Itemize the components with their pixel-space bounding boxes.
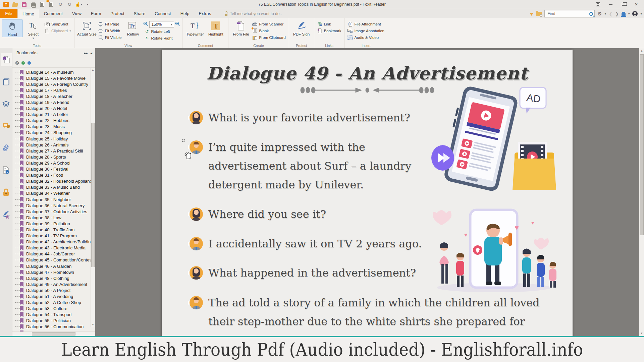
scroll-down-icon[interactable]: ▼ xyxy=(91,322,95,327)
fit-page-button[interactable]: Fit Page xyxy=(97,21,123,27)
bookmark-item[interactable]: Dialogue 16 - A Foreign Country xyxy=(12,81,95,87)
save-icon[interactable] xyxy=(21,1,28,8)
hand-tool-quick-icon[interactable]: ☝▾ xyxy=(75,1,82,8)
comments-panel-icon[interactable] xyxy=(1,119,12,133)
undo-icon[interactable]: ↺ xyxy=(57,1,64,8)
bookmark-item[interactable]: Dialogue 19 - A Friend xyxy=(12,99,95,105)
bookmark-item[interactable]: Dialogue 36 - Natural Scenery xyxy=(12,202,95,208)
collapse-panel-icon[interactable]: ◂ xyxy=(90,51,92,55)
bookmark-item[interactable]: Dialogue 38 - Law xyxy=(12,215,95,221)
zoom-in-icon[interactable] xyxy=(175,21,180,28)
bookmark-item[interactable]: Dialogue 26 - Animals xyxy=(12,142,95,148)
pages-panel-icon[interactable] xyxy=(1,75,12,88)
tab-connect[interactable]: Connect xyxy=(150,9,175,18)
bookmark-item[interactable]: Dialogue 40 - Traffic Jam xyxy=(12,227,95,233)
bookmark-item[interactable]: Dialogue 18 - A Teacher xyxy=(12,93,95,99)
reflow-button[interactable]: TT Reflow xyxy=(122,19,143,37)
restore-icon[interactable] xyxy=(618,1,629,8)
tell-me-search[interactable]: Tell me what you want to do.. xyxy=(224,9,282,18)
rotate-left-button[interactable]: ↺ Rotate Left xyxy=(143,28,180,35)
customize-toolbar-icon[interactable]: ▾ xyxy=(84,1,91,8)
bookmark-item[interactable]: Dialogue 50 - A Project xyxy=(12,287,95,293)
minimize-icon[interactable] xyxy=(605,1,616,8)
close-icon[interactable]: ✕ xyxy=(631,1,642,8)
bookmark-item[interactable]: Dialogue 48 - Clothing xyxy=(12,275,95,281)
select-tool-button[interactable]: T Select▾ xyxy=(23,19,44,41)
bookmark-item[interactable]: Dialogue 15 - A Favorite Movie xyxy=(12,75,95,81)
find-next-icon[interactable]: ❯ xyxy=(615,11,619,16)
bookmarks-vertical-scrollbar[interactable]: ▲ ▼ xyxy=(91,68,95,327)
foxit-logo-icon[interactable]: f xyxy=(3,1,9,8)
favorites-heart-icon[interactable]: ♥ xyxy=(530,11,533,17)
account-avatar[interactable] xyxy=(632,11,638,16)
email-icon[interactable] xyxy=(39,1,46,8)
doc-scroll-down-icon[interactable]: ▼ xyxy=(639,331,644,336)
tab-comment[interactable]: Comment xyxy=(39,9,67,18)
tab-protect[interactable]: Protect xyxy=(106,9,129,18)
bookmark-item[interactable]: Dialogue 35 - Neighbor xyxy=(12,196,95,202)
bookmark-item[interactable]: Dialogue 33 - A Music Band xyxy=(12,184,95,190)
bookmark-item[interactable]: Dialogue 52 - A Coffee Shop xyxy=(12,300,95,306)
open-file-icon[interactable] xyxy=(12,1,18,8)
print-icon[interactable] xyxy=(30,1,37,8)
bookmark-item[interactable]: Dialogue 51 - A wedding xyxy=(12,293,95,299)
bookmark-item[interactable]: Dialogue 42 - Architecture/Building xyxy=(12,239,95,245)
layers-panel-icon[interactable] xyxy=(1,97,12,111)
bookmark-item[interactable]: Dialogue 43 - Electronic Media xyxy=(12,245,95,251)
rotate-right-button[interactable]: ↻ Rotate Right xyxy=(143,35,180,41)
digital-signatures-panel-icon[interactable] xyxy=(1,164,12,177)
bookmark-item[interactable]: Dialogue 17 - Parties xyxy=(12,87,95,93)
link-button[interactable]: Link xyxy=(316,21,342,27)
bookmark-item[interactable]: Dialogue 31 - Food xyxy=(12,172,95,178)
typewriter-button[interactable]: T Typewriter xyxy=(184,19,205,37)
bookmark-item[interactable]: Dialogue 41 - TV Program xyxy=(12,233,95,239)
bookmark-item[interactable]: Dialogue 22 - Hobbies xyxy=(12,118,95,124)
doc-scroll-up-icon[interactable]: ▲ xyxy=(639,48,644,53)
bookmark-item[interactable]: Dialogue 39 - Pollution xyxy=(12,221,95,227)
new-document-icon[interactable]: ✱ xyxy=(48,1,55,8)
gear-dropdown-icon[interactable]: ▾ xyxy=(605,12,606,15)
fit-visible-button[interactable]: Fit Visible xyxy=(97,35,123,41)
bookmark-item[interactable]: Dialogue 27 - A Practical Skill xyxy=(12,148,95,154)
bookmarks-horizontal-scrollbar[interactable] xyxy=(12,331,95,336)
clipboard-button[interactable]: Clipboard▾ xyxy=(44,28,72,34)
bookmark-item[interactable]: Dialogue 56 - Communication xyxy=(12,324,95,330)
bookmark-item[interactable]: Dialogue 21 - A Letter xyxy=(12,112,95,118)
bookmark-item[interactable]: Dialogue 37 - Outdoor Activities xyxy=(12,208,95,215)
bookmark-item[interactable]: Dialogue 30 - Festival xyxy=(12,166,95,172)
bookmarks-hscroll-thumb[interactable] xyxy=(32,332,75,336)
zoom-level-combobox[interactable]: 150%▾ xyxy=(149,21,174,28)
tab-help[interactable]: Help xyxy=(176,9,194,18)
fit-width-button[interactable]: Fit Width xyxy=(97,28,123,34)
sign-panel-icon[interactable] xyxy=(1,208,12,221)
bookmark-item[interactable]: Dialogue 49 - An Advertisement xyxy=(12,281,95,287)
bookmark-item[interactable]: Dialogue 20 - A Hotel xyxy=(12,106,95,112)
doc-scroll-thumb[interactable] xyxy=(640,54,644,235)
tab-home[interactable]: Home xyxy=(17,9,39,18)
folder-search-icon[interactable] xyxy=(536,12,542,16)
file-attachment-button[interactable]: File Attachment xyxy=(346,21,385,27)
scroll-up-icon[interactable]: ▲ xyxy=(91,68,95,72)
find-box[interactable] xyxy=(544,10,595,17)
highlight-button[interactable]: T Highlight xyxy=(205,19,226,37)
bookmark-item[interactable]: Dialogue 23 - Music xyxy=(12,124,95,130)
bookmark-item[interactable]: Dialogue 45 - Competition/Contest xyxy=(12,257,95,263)
bookmarks-scroll-thumb[interactable] xyxy=(91,123,95,267)
bookmarks-panel-icon[interactable] xyxy=(1,53,12,66)
notifications-bell-icon[interactable] xyxy=(622,12,626,16)
bookmark-item[interactable]: Dialogue 55 - Politician xyxy=(12,318,95,324)
snapshot-button[interactable]: SnapShot xyxy=(44,21,72,27)
bookmark-item[interactable]: Dialogue 46 - A Garden xyxy=(12,263,95,269)
actual-size-button[interactable]: Actual Size xyxy=(76,19,97,37)
bookmark-item[interactable]: Dialogue 29 - A School xyxy=(12,160,95,166)
bookmark-item[interactable]: Dialogue 25 - Holiday xyxy=(12,136,95,142)
attachments-panel-icon[interactable] xyxy=(1,141,12,155)
hand-tool-button[interactable]: Hand xyxy=(2,19,23,37)
bookmark-item[interactable]: Dialogue 47 - Hometown xyxy=(12,269,95,275)
bookmark-item[interactable]: Dialogue 53 - Culture xyxy=(12,306,95,312)
bookmark-button[interactable]: Bookmark xyxy=(316,28,342,34)
bookmark-item[interactable]: Dialogue 24 - Shopping xyxy=(12,130,95,136)
tab-extras[interactable]: Extras xyxy=(194,9,216,18)
document-vertical-scrollbar[interactable]: ▲ ▼ xyxy=(639,48,644,336)
from-file-button[interactable]: From File xyxy=(230,19,251,37)
